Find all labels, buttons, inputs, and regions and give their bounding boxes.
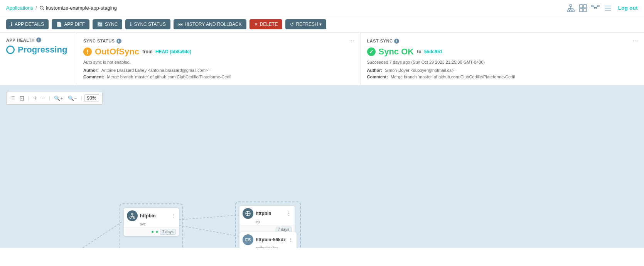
history-rollback-button[interactable]: ⏮ HISTORY AND ROLLBACK [174, 19, 246, 29]
canvas-image-btn[interactable]: ⊡ [18, 94, 26, 103]
svg-rect-3 [567, 10, 570, 12]
ep-httpbin-node[interactable]: httpbin ⋮ ep 7 days [239, 205, 295, 234]
sync-button[interactable]: 🔄 SYNC [93, 19, 122, 29]
canvas-remove-btn[interactable]: − [40, 94, 47, 102]
sync-comment: Comment: Merge branch 'master' of github… [83, 74, 354, 81]
app-diff-button[interactable]: 📄 APP DIFF [52, 19, 89, 29]
endpointslice-title: httpbin-56kdz [256, 237, 286, 242]
sync-status-title: SYNC STATUS i [83, 39, 121, 44]
sync-from-text: from HEAD (bb8a94e) [142, 49, 191, 54]
sync-status-icon: ℹ [130, 22, 132, 27]
svc-type: svc [124, 222, 179, 227]
last-sync-author: Author: Simon-Boyer <si.boyer@hotmail.ca… [367, 67, 638, 74]
breadcrumb-sep: / [35, 5, 37, 11]
svg-line-19 [595, 7, 598, 7]
toolbar: ℹ APP DETAILS 📄 APP DIFF 🔄 SYNC ℹ SYNC S… [0, 16, 644, 33]
svg-rect-15 [594, 7, 597, 9]
svg-rect-2 [570, 4, 572, 6]
logout-button[interactable]: Log out [618, 5, 638, 11]
svc-badge: 7 days [160, 229, 176, 235]
sync-author: Author: Antoine Brassard Lahey <antoine.… [83, 67, 354, 74]
list-view-icon[interactable] [604, 4, 612, 12]
sync-icon: 🔄 [97, 22, 103, 27]
ep-menu[interactable]: ⋮ [286, 210, 292, 217]
app-details-icon: ℹ [11, 22, 13, 27]
head-ref[interactable]: HEAD (bb8a94e) [155, 49, 191, 54]
last-sync-title: LAST SYNC i [367, 39, 400, 44]
endpointslice-menu[interactable]: ⋮ [288, 237, 293, 243]
svc-synced-dot: ● [151, 229, 154, 234]
synced-text: Sync OK [379, 47, 414, 57]
top-nav: Applications / kustomize-example-app-sta… [0, 0, 644, 16]
svg-line-23 [62, 221, 123, 248]
history-icon: ⏮ [178, 22, 183, 27]
last-sync-succeeded: Succeeded 7 days ago (Sun Oct 29 2023 21… [367, 59, 638, 66]
app-health-header: APP HEALTH i [6, 37, 71, 42]
breadcrumb: Applications / kustomize-example-app-sta… [6, 5, 117, 11]
synced-icon: ✓ [367, 47, 376, 56]
canvas-toolbar: ≡ ⊡ | + − | 🔍+ 🔍− | 90% [6, 92, 103, 105]
last-sync-to: to 55dc951 [417, 49, 442, 54]
svg-point-0 [40, 6, 43, 9]
app-health-info-icon: i [36, 37, 41, 42]
last-sync-menu[interactable]: ··· [633, 37, 638, 44]
delete-icon: ✕ [254, 22, 258, 27]
svg-rect-16 [592, 5, 593, 7]
svg-rect-13 [580, 8, 583, 11]
app-details-button[interactable]: ℹ APP DETAILS [6, 19, 49, 29]
svg-point-37 [131, 213, 133, 215]
last-sync-panel: LAST SYNC i ··· ✓ Sync OK to 55dc951 Suc… [361, 33, 644, 85]
last-sync-comment: Comment: Merge branch 'master' of github… [367, 74, 638, 81]
delete-button[interactable]: ✕ DELETE [250, 19, 283, 29]
svc-icon [127, 210, 138, 221]
diff-icon: 📄 [56, 22, 62, 27]
app-health-panel: APP HEALTH i Progressing [0, 33, 77, 85]
app-health-value: Progressing [6, 45, 71, 55]
status-row: APP HEALTH i Progressing SYNC STATUS i ·… [0, 33, 644, 86]
sync-status-header: SYNC STATUS i ··· [83, 37, 354, 44]
canvas-list-btn[interactable]: ≡ [10, 94, 16, 102]
outofsync-icon: ! [83, 47, 92, 56]
svg-rect-14 [583, 8, 587, 11]
sync-status-panel: SYNC STATUS i ··· ! OutOfSync from HEAD … [77, 33, 361, 85]
sync-status-button[interactable]: ℹ SYNC STATUS [125, 19, 170, 29]
canvas-zoom-level[interactable]: 90% [84, 94, 99, 102]
svg-line-18 [592, 7, 595, 7]
applications-link[interactable]: Applications [6, 5, 33, 11]
progressing-text: Progressing [18, 45, 67, 55]
search-icon [39, 5, 44, 10]
endpointslice-type: endpointslice [239, 246, 297, 248]
canvas-area[interactable]: ≡ ⊡ | + − | 🔍+ 🔍− | 90% [0, 86, 644, 248]
svg-point-38 [130, 217, 131, 218]
app-search: kustomize-example-app-staging [39, 5, 117, 11]
tree-view-icon[interactable] [566, 4, 575, 12]
network-view-icon[interactable] [591, 4, 600, 12]
endpointslice-icon: ES [243, 234, 253, 245]
outofsync-text: OutOfSync [95, 47, 139, 57]
commit-ref[interactable]: 55dc951 [424, 49, 442, 54]
svg-rect-17 [597, 5, 599, 7]
svg-rect-11 [580, 4, 583, 7]
ep-title: httpbin [256, 211, 284, 216]
canvas-zoom-in-btn[interactable]: 🔍+ [52, 95, 65, 102]
grid-view-icon[interactable] [579, 4, 587, 12]
svg-line-28 [175, 225, 239, 236]
svc-httpbin-node[interactable]: httpbin ⋮ svc ● ● 7 days [123, 208, 179, 236]
sync-status-info-icon: i [116, 39, 121, 44]
canvas-zoom-out-btn[interactable]: 🔍− [66, 95, 79, 102]
canvas-add-btn[interactable]: + [32, 94, 38, 102]
refresh-button[interactable]: ↺ REFRESH ▾ [285, 19, 326, 29]
app-name: kustomize-example-app-staging [46, 5, 117, 11]
app-health-title: APP HEALTH i [6, 37, 41, 42]
last-sync-value: ✓ Sync OK to 55dc951 [367, 47, 638, 57]
svg-line-27 [175, 215, 239, 220]
sync-status-menu[interactable]: ··· [349, 37, 354, 44]
refresh-icon: ↺ [290, 22, 294, 27]
last-sync-header: LAST SYNC i ··· [367, 37, 638, 44]
progressing-icon [6, 46, 15, 54]
svc-menu[interactable]: ⋮ [170, 213, 176, 219]
svg-rect-12 [583, 4, 587, 7]
endpointslice-node[interactable]: ES httpbin-56kdz ⋮ endpointslice 7 days [239, 232, 297, 248]
svg-point-39 [133, 217, 135, 218]
top-nav-right: Log out [566, 4, 638, 12]
